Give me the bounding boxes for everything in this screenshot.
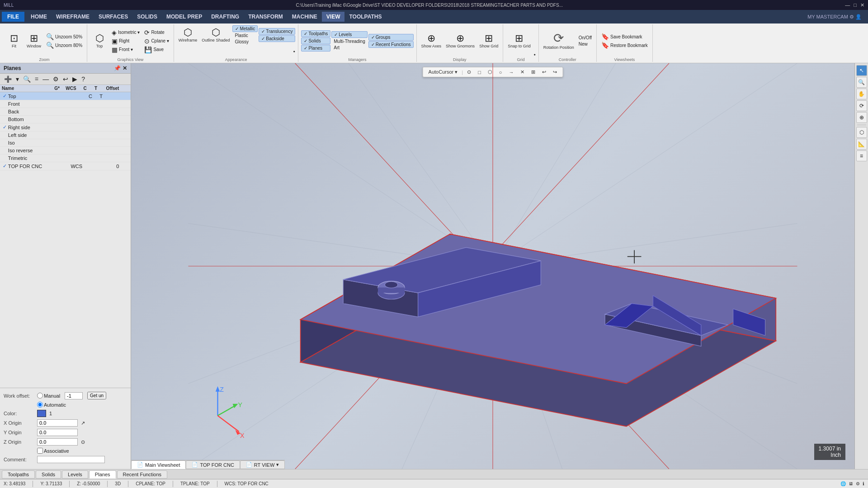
x-origin-pick-icon[interactable]: ↗ bbox=[81, 420, 85, 426]
recent-functions-toggle[interactable]: ✓Recent Functions bbox=[368, 41, 414, 48]
automatic-radio-label[interactable]: Automatic bbox=[37, 402, 66, 408]
rt-rotate-btn[interactable]: ⟳ bbox=[856, 100, 867, 111]
unzoom80-button[interactable]: 🔍 Unzoom 80% bbox=[44, 41, 84, 49]
backside-toggle[interactable]: ✓Backside bbox=[259, 35, 295, 42]
save-view-button[interactable]: 💾 Save bbox=[142, 46, 170, 54]
tab-toolpaths[interactable]: Toolpaths bbox=[2, 470, 35, 479]
appearance-expand-icon[interactable]: ⬥ bbox=[293, 49, 295, 53]
snap-to-grid-button[interactable]: ⊞ Snap to Grid bbox=[506, 33, 533, 49]
model-prep-menu-item[interactable]: MODEL PREP bbox=[162, 12, 207, 22]
plane-row-iso[interactable]: Iso bbox=[0, 139, 131, 147]
grid-expand-icon[interactable]: ⬥ bbox=[533, 52, 536, 56]
arrow-plane-button[interactable]: ▶ bbox=[71, 75, 79, 83]
plane-row-top[interactable]: ✓ Top C T bbox=[0, 92, 131, 100]
plane-row-iso-reverse[interactable]: Iso reverse bbox=[0, 147, 131, 155]
multi-threading-toggle[interactable]: Multi-Threading bbox=[331, 38, 367, 44]
status-info-icon[interactable]: ℹ bbox=[863, 481, 864, 486]
wireframe-button[interactable]: ⬡ Wireframe bbox=[177, 27, 199, 43]
surfaces-menu-item[interactable]: SURFACES bbox=[94, 12, 132, 22]
toolpaths-toggle[interactable]: ✓Toolpaths bbox=[301, 30, 330, 37]
planes-toggle[interactable]: ✓Planes bbox=[301, 45, 330, 52]
wireframe-menu-item[interactable]: WIREFRAME bbox=[52, 12, 94, 22]
unzoom50-button[interactable]: 🔍 Unzoom 50% bbox=[44, 33, 84, 41]
solids-toggle[interactable]: ✓Solids bbox=[301, 38, 330, 44]
top-view-button[interactable]: ⬡ Top bbox=[90, 33, 109, 49]
save-bookmark-button[interactable]: 🔖 Save Bookmark bbox=[599, 33, 650, 41]
right-view-button[interactable]: ▣ Right bbox=[110, 37, 142, 45]
undo-plane-button[interactable]: ↩ bbox=[61, 75, 70, 83]
groups-toggle[interactable]: ✓Groups bbox=[368, 34, 414, 41]
solids-menu-item[interactable]: SOLIDS bbox=[132, 12, 162, 22]
drafting-menu-item[interactable]: DRAFTING bbox=[207, 12, 244, 22]
file-menu-item[interactable]: FILE bbox=[2, 12, 24, 22]
window-controls[interactable]: — □ ✕ bbox=[845, 2, 864, 8]
delete-plane-button[interactable]: — bbox=[41, 75, 50, 83]
show-axes-button[interactable]: ⊕ Show Axes bbox=[420, 33, 443, 49]
maximize-btn[interactable]: □ bbox=[854, 2, 857, 8]
metallic-toggle[interactable]: ✓Metallic bbox=[232, 25, 258, 32]
edit-plane-button[interactable]: = bbox=[33, 75, 40, 83]
associative-checkbox-label[interactable]: Associative bbox=[37, 448, 69, 454]
machine-menu-item[interactable]: MACHINE bbox=[288, 12, 322, 22]
window-button[interactable]: ⊞ Window bbox=[24, 33, 43, 49]
plane-row-right-side[interactable]: ✓ Right side bbox=[0, 123, 131, 131]
y-origin-input[interactable] bbox=[37, 429, 78, 436]
rt-zoom-btn[interactable]: 🔍 bbox=[856, 77, 867, 88]
tab-levels[interactable]: Levels bbox=[62, 470, 88, 479]
panel-pin-icon[interactable]: 📌 bbox=[114, 65, 121, 71]
plane-dropdown-button[interactable]: ▾ bbox=[14, 75, 20, 83]
status-screen-icon[interactable]: 🖥 bbox=[849, 481, 853, 486]
outline-shaded-button[interactable]: ⬡ Outline Shaded bbox=[200, 27, 231, 43]
x-origin-input[interactable] bbox=[37, 419, 78, 427]
plane-row-front[interactable]: Front bbox=[0, 100, 131, 108]
art-toggle[interactable]: Art bbox=[331, 45, 367, 51]
color-swatch[interactable] bbox=[37, 410, 46, 417]
front-view-button[interactable]: ▦ Front ▾ bbox=[110, 46, 142, 54]
rt-snap-btn[interactable]: ⊕ bbox=[856, 112, 867, 123]
status-globe-icon[interactable]: 🌐 bbox=[840, 481, 846, 486]
rt-measure-btn[interactable]: 📐 bbox=[856, 139, 867, 150]
rt-select-btn[interactable]: ↖ bbox=[856, 65, 867, 76]
new-button[interactable]: New bbox=[577, 41, 594, 47]
tab-rt-view[interactable]: 📄 RT VIEW ▾ bbox=[240, 460, 285, 469]
add-plane-button[interactable]: ➕ bbox=[3, 75, 13, 83]
plane-row-back[interactable]: Back bbox=[0, 108, 131, 116]
minimize-btn[interactable]: — bbox=[845, 2, 850, 8]
cplane-button[interactable]: ⊙ Cplane ▾ bbox=[142, 37, 170, 45]
levels-toggle[interactable]: ✓Levels bbox=[331, 31, 367, 38]
isometric-button[interactable]: ◈ Isometric ▾ bbox=[110, 28, 142, 37]
comment-input[interactable] bbox=[37, 456, 105, 463]
manual-radio-label[interactable]: Manual bbox=[37, 393, 60, 399]
plane-row-left-side[interactable]: Left side bbox=[0, 131, 131, 139]
plane-row-bottom[interactable]: Bottom bbox=[0, 116, 131, 123]
transform-menu-item[interactable]: TRANSFORM bbox=[244, 12, 288, 22]
automatic-radio[interactable] bbox=[37, 402, 43, 408]
manual-radio[interactable] bbox=[37, 393, 43, 399]
tab-solids[interactable]: Solids bbox=[36, 470, 61, 479]
glossy-toggle[interactable]: Glossy bbox=[232, 39, 258, 45]
rotation-position-button[interactable]: ⟳ Rotation Position bbox=[542, 31, 576, 51]
status-settings-icon[interactable]: ⚙ bbox=[856, 481, 860, 486]
restore-bookmark-button[interactable]: 🔖 Restore Bookmark bbox=[599, 41, 650, 49]
tab-recent-functions[interactable]: Recent Functions bbox=[117, 470, 168, 479]
plane-row-trimetric[interactable]: Trimetric bbox=[0, 155, 131, 162]
z-origin-circle-icon[interactable]: ⊙ bbox=[81, 439, 85, 445]
plastic-toggle[interactable]: Plastic bbox=[232, 33, 258, 38]
rt-pan-btn[interactable]: ✋ bbox=[856, 89, 867, 99]
tab-top-for-cnc[interactable]: 📄 TOP FOR CNC bbox=[186, 460, 240, 469]
rt-view-btn[interactable]: ⬡ bbox=[856, 127, 867, 138]
plane-row-top-for-cnc[interactable]: ✓ TOP FOR CNC WCS 0 bbox=[0, 162, 131, 170]
panel-close-icon[interactable]: ✕ bbox=[123, 65, 127, 71]
offset-value-input[interactable]: -1 bbox=[65, 392, 83, 399]
rotate-button[interactable]: ⟳ Rotate bbox=[142, 28, 170, 37]
close-btn[interactable]: ✕ bbox=[860, 2, 864, 8]
view-options-button[interactable]: ⚙ bbox=[52, 75, 60, 83]
tab-main-viewsheet[interactable]: 📄 Main Viewsheet bbox=[131, 460, 186, 469]
help-plane-button[interactable]: ? bbox=[80, 75, 86, 83]
show-gnomons-button[interactable]: ⊕ Show Gnomons bbox=[444, 33, 476, 49]
translucency-toggle[interactable]: ✓Translucency bbox=[259, 28, 295, 35]
z-origin-input[interactable] bbox=[37, 438, 78, 446]
fit-button[interactable]: ⊡ Fit bbox=[5, 33, 24, 49]
toolpaths-menu-item[interactable]: TOOLPATHS bbox=[344, 12, 386, 22]
show-grid-button[interactable]: ⊞ Show Grid bbox=[477, 33, 500, 49]
